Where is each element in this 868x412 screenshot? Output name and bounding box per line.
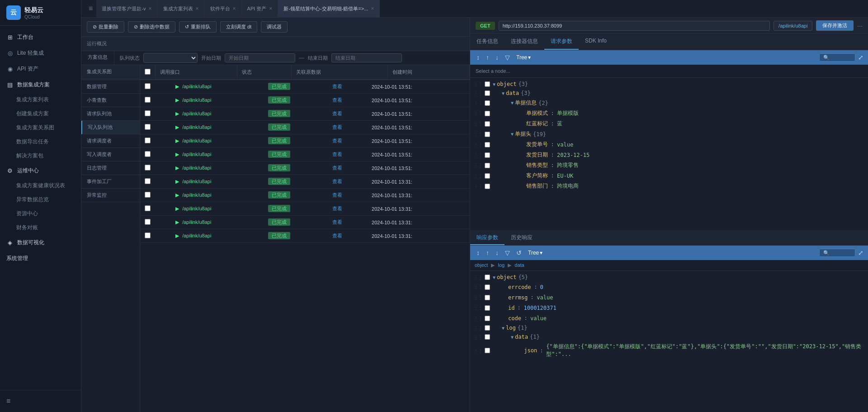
resp-expand-all-btn[interactable]: ↕ bbox=[475, 248, 481, 257]
row-check-7[interactable] bbox=[145, 178, 151, 184]
node-checkbox[interactable] bbox=[485, 132, 490, 137]
ref-data-link-2[interactable]: 查看 bbox=[332, 111, 342, 116]
sidebar-item-data-integration[interactable]: ▤ 数据集成方案 bbox=[0, 77, 81, 93]
node-checkbox[interactable] bbox=[485, 90, 490, 96]
section-anomaly-monitor[interactable]: 异常监控 bbox=[81, 189, 140, 202]
sidebar-item-finance[interactable]: 财务对账 bbox=[0, 221, 81, 235]
tab-sdk-info[interactable]: SDK Info bbox=[579, 34, 613, 50]
sidebar-item-create-solution[interactable]: 创建集成方案 bbox=[0, 107, 81, 121]
drag-handle[interactable]: ⋮⋮ bbox=[474, 82, 483, 87]
sidebar-item-resource[interactable]: 资源中心 bbox=[0, 207, 81, 221]
expand-icon[interactable]: ▼ bbox=[502, 91, 505, 96]
api-link-8[interactable]: /apilink/u8api bbox=[182, 192, 211, 198]
row-check-0[interactable] bbox=[145, 83, 151, 89]
tab-api-asset[interactable]: API 资产 × bbox=[242, 0, 278, 17]
drag-handle[interactable]: ⋮⋮ bbox=[474, 91, 483, 96]
drag-handle[interactable]: ⋮⋮ bbox=[474, 100, 483, 105]
resp-filter-btn[interactable]: ▽ bbox=[503, 248, 512, 257]
drag-handle[interactable]: ⋮⋮ bbox=[474, 184, 483, 189]
tree-node[interactable]: ⋮⋮红蓝标记：蓝 bbox=[470, 118, 868, 129]
start-date-input[interactable] bbox=[225, 53, 295, 62]
expand-icon[interactable]: ▼ bbox=[502, 326, 505, 331]
node-checkbox[interactable] bbox=[485, 111, 490, 116]
row-check-3[interactable] bbox=[145, 124, 151, 130]
api-link-1[interactable]: /apilink/u8api bbox=[182, 97, 211, 103]
tree-node[interactable]: ⋮⋮发货单号：value bbox=[470, 139, 868, 150]
sidebar-item-sys-mgmt[interactable]: 系统管理 bbox=[0, 251, 81, 266]
node-checkbox[interactable] bbox=[485, 325, 490, 331]
resp-sort-desc-btn[interactable]: ↓ bbox=[494, 248, 500, 257]
tab-soft-platform[interactable]: 软件平台 × bbox=[205, 0, 242, 17]
sidebar-item-api[interactable]: ◉ API 资产 bbox=[0, 61, 81, 77]
tree-node[interactable]: ⋮⋮▼data{1} bbox=[470, 332, 868, 341]
ref-data-link-5[interactable]: 查看 bbox=[332, 152, 342, 157]
sidebar-item-anomaly[interactable]: 异常数据总览 bbox=[0, 193, 81, 207]
node-checkbox[interactable] bbox=[485, 100, 490, 106]
tab-refund[interactable]: 退换管理客户退款-v × bbox=[96, 0, 157, 17]
tree-node[interactable]: ⋮⋮▼object{3} bbox=[470, 80, 868, 89]
section-event-factory[interactable]: 事件加工厂 bbox=[81, 175, 140, 189]
ref-data-link-0[interactable]: 查看 bbox=[332, 84, 342, 89]
resp-tree-resize-btn[interactable]: ⤢ bbox=[858, 249, 863, 256]
schedule-btn[interactable]: 立刻调度 dt bbox=[220, 21, 257, 33]
row-check-4[interactable] bbox=[145, 137, 151, 143]
batch-delete-btn[interactable]: ⊘ 批量删除 bbox=[87, 21, 124, 33]
section-request-scheduler[interactable]: 请求调度者 bbox=[81, 134, 140, 148]
drag-handle[interactable]: ⋮⋮ bbox=[474, 348, 483, 353]
sidebar-item-solution-list[interactable]: 集成方案列表 bbox=[0, 93, 81, 107]
expand-icon[interactable]: ▼ bbox=[493, 275, 495, 280]
sidebar-item-solution-relation[interactable]: 集成方案关系图 bbox=[0, 121, 81, 135]
expand-icon[interactable]: ▼ bbox=[511, 132, 514, 137]
breadcrumb-log[interactable]: log bbox=[498, 262, 505, 268]
drag-handle[interactable]: ⋮⋮ bbox=[474, 316, 483, 321]
ref-data-link-7[interactable]: 查看 bbox=[332, 179, 342, 184]
node-checkbox[interactable] bbox=[485, 295, 490, 300]
tab-new-solution[interactable]: 新-领星结算中心-交易明细-赔偿单=>... × bbox=[278, 0, 380, 17]
tree-resize-btn[interactable]: ⤢ bbox=[858, 54, 863, 61]
tree-node[interactable]: ⋮⋮errcode：0 bbox=[470, 282, 868, 292]
tree-node[interactable]: ⋮⋮errmsg：value bbox=[470, 292, 868, 303]
section-info-tab[interactable]: 方案信息 bbox=[81, 51, 114, 65]
node-checkbox[interactable] bbox=[485, 163, 490, 168]
tree-node[interactable]: ⋮⋮▼单据信息{2} bbox=[470, 98, 868, 108]
node-checkbox[interactable] bbox=[485, 81, 490, 87]
node-checkbox[interactable] bbox=[485, 284, 490, 290]
sidebar-item-solution-pkg[interactable]: 解决方案包 bbox=[0, 149, 81, 163]
drag-handle[interactable]: ⋮⋮ bbox=[474, 284, 483, 289]
sidebar-collapse-btn[interactable]: ≡ bbox=[6, 394, 75, 408]
section-request-queue[interactable]: 请求队列池 bbox=[81, 107, 140, 121]
node-checkbox[interactable] bbox=[485, 316, 490, 321]
node-checkbox[interactable] bbox=[485, 184, 490, 189]
api-link-10[interactable]: /apilink/u8api bbox=[182, 219, 211, 225]
section-write-queue[interactable]: 写入队列池 bbox=[81, 121, 140, 134]
drag-handle[interactable]: ⋮⋮ bbox=[474, 121, 483, 126]
tab-connector-info[interactable]: 连接器信息 bbox=[505, 34, 544, 50]
tree-expand-all-btn[interactable]: ↕ bbox=[475, 53, 481, 62]
sidebar-item-health[interactable]: 集成方案健康状况表 bbox=[0, 179, 81, 193]
node-checkbox[interactable] bbox=[485, 121, 490, 127]
api-link-11[interactable]: /apilink/u8api bbox=[182, 233, 211, 238]
breadcrumb-data[interactable]: data bbox=[514, 262, 524, 268]
tree-node[interactable]: ⋮⋮▼data{3} bbox=[470, 89, 868, 98]
api-link-6[interactable]: /apilink/u8api bbox=[182, 165, 211, 170]
ref-data-link-1[interactable]: 查看 bbox=[332, 97, 342, 103]
drag-handle[interactable]: ⋮⋮ bbox=[474, 173, 483, 178]
tree-filter-btn[interactable]: ▽ bbox=[503, 53, 512, 62]
select-all-checkbox[interactable] bbox=[145, 69, 151, 75]
node-checkbox[interactable] bbox=[485, 348, 490, 353]
ref-data-link-3[interactable]: 查看 bbox=[332, 124, 342, 130]
ref-data-link-6[interactable]: 查看 bbox=[332, 165, 342, 170]
requeue-btn[interactable]: ↺ 重新排队 bbox=[179, 21, 217, 33]
tree-sort-desc-btn[interactable]: ↓ bbox=[494, 53, 500, 62]
api-url-input[interactable] bbox=[499, 21, 770, 31]
tab-close-soft[interactable]: × bbox=[233, 5, 236, 12]
section-data-mgmt[interactable]: 数据管理 bbox=[81, 80, 140, 94]
api-link-4[interactable]: /apilink/u8api bbox=[182, 138, 211, 143]
tree-node[interactable]: ⋮⋮▼object{5} bbox=[470, 273, 868, 282]
api-link-7[interactable]: /apilink/u8api bbox=[182, 179, 211, 184]
debug-btn[interactable]: 调试器 bbox=[261, 21, 288, 33]
tab-close-solution[interactable]: × bbox=[196, 5, 199, 12]
drag-handle[interactable]: ⋮⋮ bbox=[474, 295, 483, 300]
resp-sort-asc-btn[interactable]: ↑ bbox=[484, 248, 491, 257]
sidebar-item-data-viz[interactable]: ◈ 数据可视化 bbox=[0, 235, 81, 251]
